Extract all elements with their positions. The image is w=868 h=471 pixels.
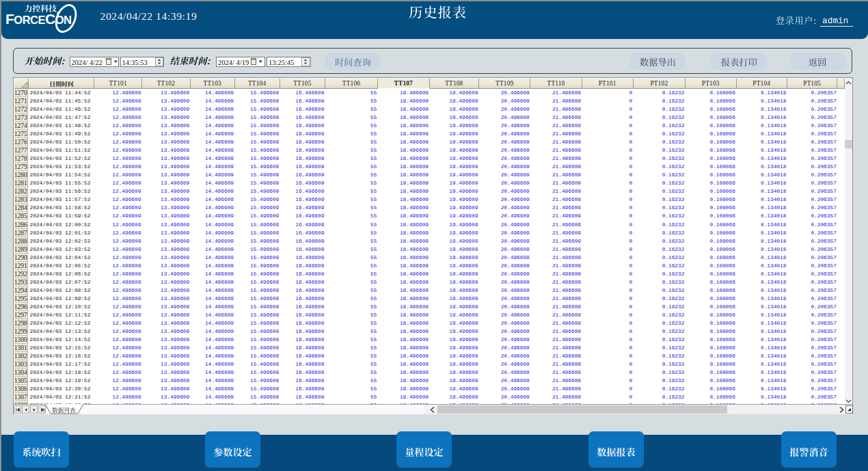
- svg-text:FORCECON: FORCECON: [5, 11, 71, 27]
